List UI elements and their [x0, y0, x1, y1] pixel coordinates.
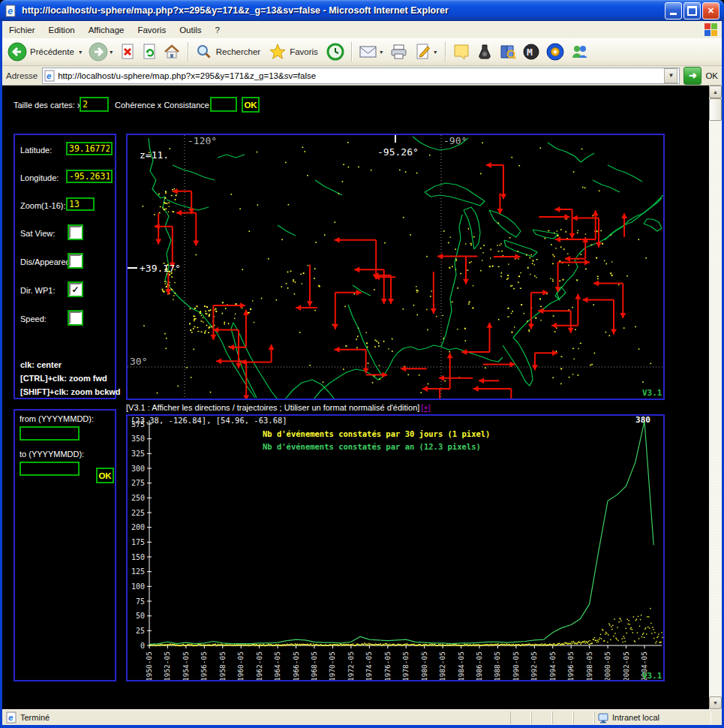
menu-outils[interactable]: Outils	[173, 23, 208, 37]
web-tools-button[interactable]	[543, 41, 567, 63]
favorites-label: Favoris	[290, 47, 318, 56]
ie-icon: e	[5, 5, 17, 17]
caption-expand-link[interactable]: [+]	[421, 403, 431, 412]
web-tools-icon	[545, 42, 565, 62]
map-image[interactable]: -120°-90°-95.26°+39.17°30°z=11.V3.1	[128, 135, 663, 399]
page-content: Taille des cartes: x Cohérence x Consist…	[2, 86, 709, 709]
svg-text:V3.1: V3.1	[642, 671, 662, 680]
back-button[interactable]: Précédente ▼	[5, 41, 86, 63]
close-button[interactable]: ✕	[702, 2, 719, 20]
print-button[interactable]	[387, 41, 411, 62]
maximize-button[interactable]	[683, 2, 701, 20]
menu-edition[interactable]: Edition	[42, 23, 82, 37]
longitude-input[interactable]	[66, 170, 113, 183]
svg-text:-95.26°: -95.26°	[377, 146, 419, 158]
svg-text:1988-05: 1988-05	[493, 651, 501, 680]
address-field[interactable]: e ▼	[42, 68, 680, 84]
edit-button[interactable]: ▼	[412, 41, 440, 62]
discuss-icon	[452, 43, 470, 61]
edit-caret-icon[interactable]: ▼	[433, 50, 438, 55]
back-caret-icon[interactable]: ▼	[78, 50, 83, 55]
svg-text:1976-05: 1976-05	[383, 651, 392, 680]
zoom-input[interactable]	[66, 197, 95, 211]
map-size-input[interactable]	[80, 97, 109, 112]
svg-text:1950-05: 1950-05	[145, 651, 153, 680]
speed-label: Speed:	[20, 314, 47, 323]
research-button[interactable]	[497, 41, 519, 62]
svg-text:275: 275	[131, 479, 145, 487]
messenger-button[interactable]: M	[520, 41, 542, 62]
svg-text:1980-05: 1980-05	[420, 651, 428, 680]
svg-text:175: 175	[131, 538, 145, 546]
svg-text:100: 100	[131, 582, 145, 591]
intranet-zone-icon	[598, 712, 609, 723]
scroll-up-button[interactable]: ▲	[709, 86, 722, 98]
svg-text:1974-05: 1974-05	[365, 651, 373, 680]
map-caption: [V3.1 : Afficher les directions / trajec…	[126, 403, 666, 414]
svg-text:Nb d'événements constatés par: Nb d'événements constatés par 30 jours (…	[263, 429, 490, 438]
sat-view-checkbox[interactable]	[68, 224, 83, 240]
plugin-button[interactable]	[473, 41, 496, 62]
help-click: clk: center	[20, 360, 62, 369]
map-caption-text: [V3.1 : Afficher les directions / trajec…	[126, 403, 419, 412]
history-button[interactable]	[324, 41, 347, 62]
back-icon	[8, 42, 27, 62]
home-button[interactable]	[161, 41, 183, 62]
svg-text:1992-05: 1992-05	[530, 651, 538, 680]
forward-caret-icon[interactable]: ▼	[109, 50, 114, 55]
to-label: to (YYYYMMDD):	[20, 450, 84, 459]
minimize-button[interactable]	[665, 2, 682, 20]
svg-text:+39.17°: +39.17°	[140, 263, 181, 274]
svg-text:1990-05: 1990-05	[512, 651, 520, 680]
stop-button[interactable]	[117, 41, 138, 62]
favorites-button[interactable]: Favoris	[266, 41, 323, 62]
speed-checkbox[interactable]	[68, 310, 83, 326]
address-dropdown-button[interactable]: ▼	[664, 68, 677, 83]
svg-text:30°: 30°	[130, 356, 147, 367]
search-button[interactable]: Rechercher	[193, 41, 266, 62]
from-input[interactable]	[20, 426, 80, 441]
to-input[interactable]	[20, 462, 80, 476]
contacts-button[interactable]	[568, 41, 592, 62]
svg-text:2002-05: 2002-05	[622, 651, 630, 680]
mail-caret-icon[interactable]: ▼	[379, 50, 384, 55]
latitude-input[interactable]	[66, 142, 113, 155]
menu-affichage[interactable]: Affichage	[82, 23, 131, 37]
date-range-panel: from (YYYYMMDD): to (YYYYMMDD): OK	[14, 409, 116, 681]
svg-text:150: 150	[131, 553, 145, 561]
menu-fichier[interactable]: Fichier	[2, 23, 42, 37]
scroll-down-button[interactable]: ▼	[709, 696, 722, 709]
scroll-thumb[interactable]	[709, 98, 722, 121]
svg-text:M: M	[527, 47, 533, 58]
mail-button[interactable]: ▼	[356, 42, 386, 62]
dir-wp1-label: Dir. WP1:	[20, 286, 55, 295]
top-ok-button[interactable]: OK	[242, 97, 260, 113]
svg-text:1972-05: 1972-05	[347, 651, 355, 680]
page-ie-icon: e	[44, 70, 56, 82]
maximize-icon	[687, 6, 697, 16]
svg-text:1984-05: 1984-05	[457, 651, 465, 680]
date-ok-button[interactable]: OK	[96, 468, 114, 483]
menu-favoris[interactable]: Favoris	[131, 23, 173, 37]
go-button[interactable]: ➜	[683, 67, 701, 85]
scrollbar[interactable]: ▲ ▼	[709, 86, 722, 709]
coherence-label: Cohérence x Consistance	[115, 101, 209, 110]
dir-wp1-checkbox[interactable]: ✓	[68, 281, 83, 297]
forward-button[interactable]: ▼	[86, 41, 116, 63]
help-ctrl-click: [CTRL]+clk: zoom fwd	[20, 374, 107, 383]
svg-text:380: 380	[635, 416, 650, 425]
address-input[interactable]	[56, 71, 664, 80]
svg-text:350: 350	[131, 435, 145, 443]
discuss-button[interactable]	[450, 41, 473, 62]
svg-text:225: 225	[131, 509, 145, 517]
map-panel[interactable]: -120°-90°-95.26°+39.17°30°z=11.V3.1	[126, 134, 665, 400]
address-bar: Adresse e ▼ ➜ OK	[2, 66, 722, 86]
refresh-button[interactable]	[139, 41, 160, 62]
window-border-bottom	[0, 725, 724, 728]
zone-text: Intranet local	[612, 713, 659, 722]
coordinates-panel: Latitude: Longitude: Zoom(1-16): Sat Vie…	[14, 134, 116, 399]
dis-appeared-checkbox[interactable]	[68, 253, 83, 269]
chart-panel: 0255075100125150175200225250275300325350…	[126, 414, 665, 681]
coherence-input[interactable]	[210, 97, 237, 112]
menu-aide[interactable]: ?	[209, 23, 227, 37]
